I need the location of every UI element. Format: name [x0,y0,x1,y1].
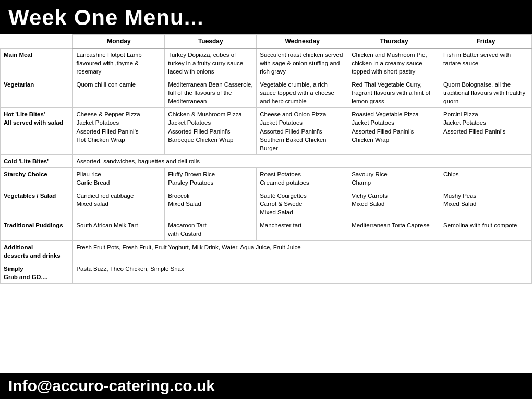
row-span-content: Pasta Buzz, Theo Chicken, Simple Snax [73,262,532,283]
row-cell-friday: Mushy PeasMixed Salad [440,189,532,219]
row-cell-tuesday: Chicken & Mushroom PizzaJacket PotatoesA… [165,108,257,154]
page-header: Week One Menu... [0,0,532,34]
row-cell-wednesday: Roast PotatoesCreamed potatoes [257,167,348,189]
col-header-friday: Friday [440,35,532,49]
row-cell-monday: Candied red cabbageMixed salad [73,189,165,219]
row-cell-friday: Quorn Bolognaise, all the traditional fl… [440,78,532,108]
col-header-monday: Monday [73,35,165,49]
row-label: Starchy Choice [1,167,73,189]
row-cell-friday: Chips [440,167,532,189]
row-cell-thursday: Roasted Vegetable PizzaJacket PotatoesAs… [348,108,440,154]
row-cell-monday: Pilau riceGarlic Bread [73,167,165,189]
row-cell-monday: South African Melk Tart [73,219,165,240]
col-header-wednesday: Wednesday [257,35,348,49]
table-row: Vegetables / SaladCandied red cabbageMix… [1,189,532,219]
row-cell-thursday: Mediterranean Torta Caprese [348,219,440,240]
table-row: Main MealLancashire Hotpot Lamb flavoure… [1,48,532,78]
menu-table-container: Monday Tuesday Wednesday Thursday Friday… [0,34,532,373]
row-cell-tuesday: Macaroon Tartwith Custard [165,219,257,240]
row-span-content: Fresh Fruit Pots, Fresh Fruit, Fruit Yog… [73,240,532,262]
col-header-empty [1,35,73,49]
row-cell-tuesday: BroccoliMixed Salad [165,189,257,219]
row-cell-wednesday: Cheese and Onion PizzaJacket PotatoesAss… [257,108,348,154]
row-cell-thursday: Savoury RiceChamp [348,167,440,189]
row-cell-thursday: Chicken and Mushroom Pie, chicken in a c… [348,48,440,78]
table-row: VegetarianQuorn chilli con carnieMediter… [1,78,532,108]
col-header-tuesday: Tuesday [165,35,257,49]
footer-email: Info@accuro-catering.co.uk [8,377,524,395]
page-title: Week One Menu... [8,5,524,30]
row-cell-tuesday: Mediterranean Bean Casserole, full of th… [165,78,257,108]
row-cell-friday: Semolina with fruit compote [440,219,532,240]
table-row: Cold 'Lite Bites'Assorted, sandwiches, b… [1,154,532,167]
row-cell-friday: Fish in Batter served with tartare sauce [440,48,532,78]
table-row: Traditional PuddingsSouth African Melk T… [1,219,532,240]
row-cell-wednesday: Vegetable crumble, a rich sauce topped w… [257,78,348,108]
row-label: SimplyGrab and GO.... [1,262,73,283]
table-row: SimplyGrab and GO....Pasta Buzz, Theo Ch… [1,262,532,283]
table-header-row: Monday Tuesday Wednesday Thursday Friday [1,35,532,49]
row-label: Additionaldesserts and drinks [1,240,73,262]
row-cell-monday: Quorn chilli con carnie [73,78,165,108]
row-cell-wednesday: Sauté Courgettes Carrot & SwedeMixed Sal… [257,189,348,219]
row-label: Cold 'Lite Bites' [1,154,73,167]
row-cell-monday: Lancashire Hotpot Lamb flavoured with ,t… [73,48,165,78]
menu-table: Monday Tuesday Wednesday Thursday Friday… [0,34,532,284]
row-cell-monday: Cheese & Pepper PizzaJacket PotatoesAsso… [73,108,165,154]
row-cell-wednesday: Manchester tart [257,219,348,240]
row-cell-friday: Porcini PizzaJacket PotatoesAssorted Fil… [440,108,532,154]
row-cell-tuesday: Fluffy Brown RiceParsley Potatoes [165,167,257,189]
row-cell-thursday: Red Thai Vegetable Curry, fragrant flavo… [348,78,440,108]
row-span-content: Assorted, sandwiches, baguettes and deli… [73,154,532,167]
row-label: Vegetables / Salad [1,189,73,219]
row-label: Traditional Puddings [1,219,73,240]
table-row: Hot 'Lite Bites'All served with saladChe… [1,108,532,154]
page-footer: Info@accuro-catering.co.uk [0,373,532,399]
row-cell-thursday: Vichy CarrotsMixed Salad [348,189,440,219]
row-label: Vegetarian [1,78,73,108]
col-header-thursday: Thursday [348,35,440,49]
row-label: Main Meal [1,48,73,78]
row-label: Hot 'Lite Bites'All served with salad [1,108,73,154]
row-cell-tuesday: Turkey Dopiaza, cubes of turkey in a fru… [165,48,257,78]
table-row: Starchy ChoicePilau riceGarlic BreadFluf… [1,167,532,189]
row-cell-wednesday: Succulent roast chicken served with sage… [257,48,348,78]
table-row: Additionaldesserts and drinksFresh Fruit… [1,240,532,262]
